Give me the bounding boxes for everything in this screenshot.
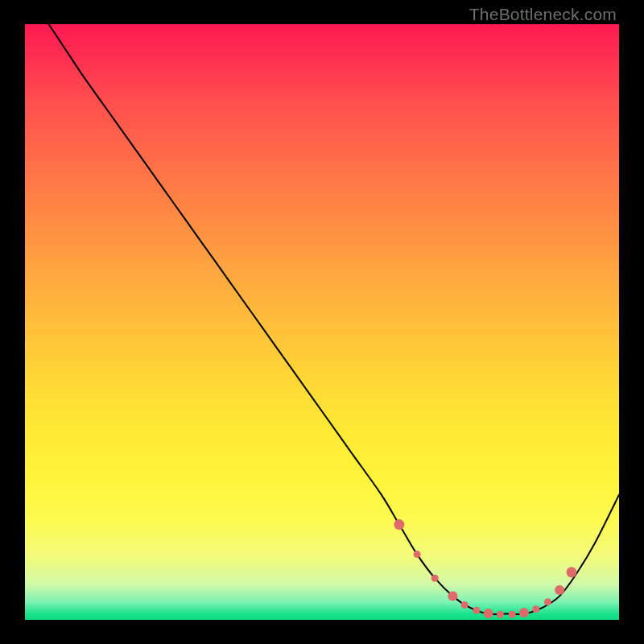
line-series [49,24,620,614]
chart-svg [25,24,619,620]
attribution-label: TheBottleneck.com [469,5,617,24]
marker-group [394,519,576,618]
bottleneck-curve [49,24,620,614]
valley-marker [497,611,504,618]
valley-marker [484,609,493,618]
valley-marker [394,519,404,530]
valley-marker [555,585,564,595]
chart-frame: TheBottleneck.com [0,0,644,644]
valley-marker [509,611,516,618]
valley-marker [448,591,457,601]
plot-area [25,24,619,620]
valley-marker [567,567,577,577]
valley-marker [414,551,421,558]
valley-marker [544,598,551,605]
valley-marker [532,605,539,613]
valley-marker [461,601,469,609]
valley-marker [473,607,480,614]
valley-marker [519,608,529,617]
valley-marker [431,575,439,582]
